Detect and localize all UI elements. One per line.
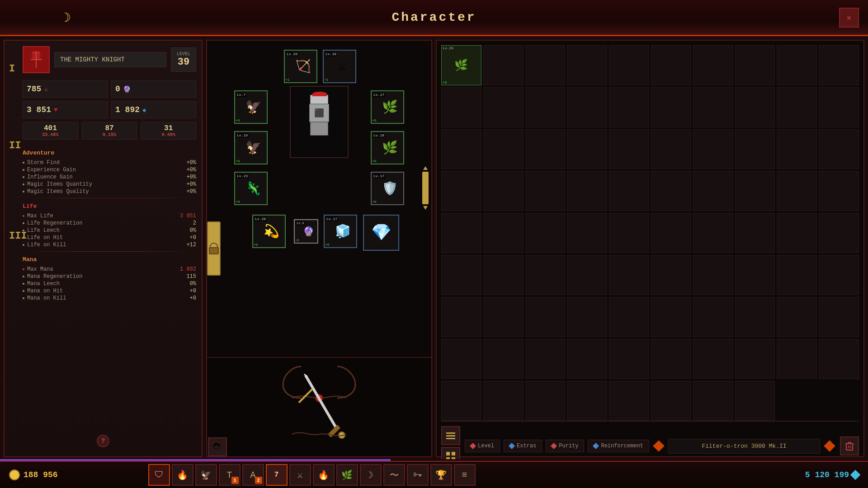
trash-button[interactable] — [840, 436, 859, 455]
sort-button[interactable]: ⛑ — [208, 437, 227, 456]
list-view-button[interactable] — [441, 426, 460, 445]
nav-wave-button[interactable]: 〜 — [383, 464, 405, 486]
inv-slot[interactable] — [693, 381, 733, 421]
inv-slot[interactable] — [651, 45, 691, 85]
inv-slot[interactable] — [609, 297, 649, 337]
inv-slot[interactable] — [819, 87, 859, 127]
inv-slot[interactable] — [441, 381, 481, 421]
inv-slot[interactable] — [651, 339, 691, 379]
nav-leaf-button[interactable]: 🌿 — [336, 464, 358, 486]
inv-slot[interactable] — [483, 297, 524, 337]
nav-t2-button[interactable]: A 2 — [242, 464, 264, 486]
inv-slot-0-0[interactable]: Lv.25 🌿 +0 — [441, 45, 481, 85]
equip-slot-bot-1[interactable]: Lv.20 +0 💫 — [252, 215, 286, 248]
inv-slot[interactable] — [483, 87, 524, 127]
equip-slot-bot-3[interactable]: 💎 — [363, 215, 399, 251]
inv-slot[interactable] — [567, 171, 607, 211]
inv-slot[interactable] — [567, 339, 607, 379]
inv-slot[interactable] — [609, 213, 649, 253]
inv-slot[interactable] — [651, 255, 691, 295]
inv-slot[interactable] — [609, 87, 649, 127]
inv-slot[interactable] — [441, 87, 481, 127]
equip-slot-bot-sm[interactable]: Lv.5 +0 🔮 — [294, 219, 318, 244]
inv-slot[interactable] — [777, 171, 817, 211]
nav-wings-button[interactable]: 🦅 — [195, 464, 217, 486]
inv-slot[interactable] — [483, 381, 524, 421]
inv-slot[interactable] — [441, 129, 481, 169]
inv-slot[interactable] — [777, 297, 817, 337]
inv-slot[interactable] — [483, 129, 524, 169]
inv-slot[interactable] — [525, 297, 566, 337]
inv-slot[interactable] — [735, 171, 775, 211]
inv-slot[interactable] — [819, 129, 859, 169]
nav-t1-button[interactable]: T 1 — [219, 464, 241, 486]
inv-slot[interactable] — [609, 171, 649, 211]
inv-slot[interactable] — [483, 171, 524, 211]
inv-slot[interactable] — [609, 255, 649, 295]
inv-slot[interactable] — [651, 171, 691, 211]
inv-slot[interactable] — [777, 255, 817, 295]
inv-slot[interactable] — [483, 339, 524, 379]
equip-slot-right-2[interactable]: Lv.18 +0 🌿 — [371, 131, 404, 164]
inv-slot[interactable] — [441, 297, 481, 337]
inv-slot[interactable] — [567, 381, 607, 421]
scroll-handle[interactable] — [420, 165, 431, 211]
close-button[interactable]: ✕ — [839, 8, 859, 28]
inv-slot[interactable] — [693, 339, 733, 379]
inv-slot[interactable] — [693, 255, 733, 295]
inv-slot[interactable] — [777, 129, 817, 169]
inv-slot[interactable] — [819, 213, 859, 253]
inv-slot[interactable] — [483, 45, 524, 85]
equip-slot-left-3[interactable]: Lv.23 +0 🦎 — [234, 172, 268, 205]
filter-level-button[interactable]: Level — [465, 440, 500, 452]
inv-slot[interactable] — [693, 171, 733, 211]
inv-slot[interactable] — [777, 213, 817, 253]
inv-slot[interactable] — [483, 213, 524, 253]
nav-key-button[interactable]: 🗝 — [407, 464, 429, 486]
inv-slot[interactable] — [735, 339, 775, 379]
inv-slot[interactable] — [819, 45, 859, 85]
nav-list-button[interactable]: ≡ — [454, 464, 476, 486]
inv-slot[interactable] — [777, 87, 817, 127]
inv-slot[interactable] — [567, 255, 607, 295]
inv-slot[interactable] — [819, 255, 859, 295]
inv-slot[interactable] — [609, 45, 649, 85]
lock-slot[interactable] — [207, 221, 221, 276]
inv-slot[interactable] — [651, 129, 691, 169]
inv-slot[interactable] — [567, 297, 607, 337]
inv-slot[interactable] — [525, 45, 566, 85]
inv-slot[interactable] — [525, 381, 566, 421]
equip-slot-left-2[interactable]: Lv.19 +0 🦅 — [234, 131, 268, 164]
inv-slot[interactable] — [441, 213, 481, 253]
inv-slot[interactable] — [735, 129, 775, 169]
inv-slot[interactable] — [441, 339, 481, 379]
inv-slot[interactable] — [441, 171, 481, 211]
inv-slot[interactable] — [735, 255, 775, 295]
inv-slot[interactable] — [819, 297, 859, 337]
inv-slot[interactable] — [609, 129, 649, 169]
inv-slot[interactable] — [777, 45, 817, 85]
inv-slot[interactable] — [651, 297, 691, 337]
inv-slot[interactable] — [777, 339, 817, 379]
inv-slot[interactable] — [567, 87, 607, 127]
inv-slot[interactable] — [525, 129, 566, 169]
nav-flame-button[interactable]: 🔥 — [172, 464, 193, 486]
inv-slot[interactable] — [651, 381, 691, 421]
inv-slot[interactable] — [483, 255, 524, 295]
inv-slot[interactable] — [693, 297, 733, 337]
inv-slot[interactable] — [525, 87, 566, 127]
inv-slot[interactable] — [693, 129, 733, 169]
inv-slot[interactable] — [525, 339, 566, 379]
inv-slot[interactable] — [441, 255, 481, 295]
equip-slot-top-right[interactable]: Lv.19 +1 ⚔️ — [323, 50, 356, 83]
equip-slot-left-1[interactable]: Lv.7 +0 🦅 — [234, 90, 268, 124]
filter-extras-button[interactable]: Extras — [504, 440, 542, 452]
nav-number-button[interactable]: 7 — [266, 464, 288, 486]
inv-slot[interactable] — [735, 297, 775, 337]
inv-slot[interactable] — [567, 213, 607, 253]
inv-slot[interactable] — [735, 213, 775, 253]
inv-slot[interactable] — [525, 255, 566, 295]
filter-reinforcement-button[interactable]: Reinforcement — [588, 440, 649, 452]
equip-slot-right-3[interactable]: Lv.17 +0 🛡️ — [371, 172, 404, 205]
inv-slot[interactable] — [735, 87, 775, 127]
